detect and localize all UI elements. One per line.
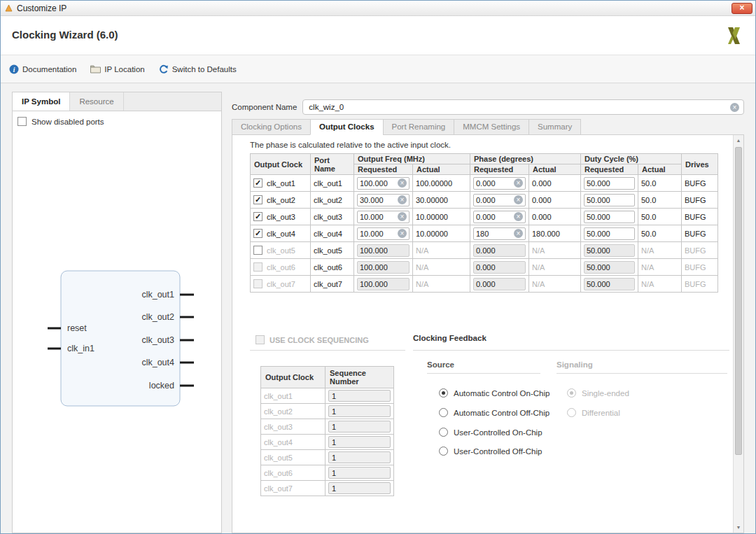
- clear-icon[interactable]: [398, 212, 407, 221]
- clear-icon[interactable]: [514, 195, 523, 204]
- tab-summary-label: Summary: [538, 122, 572, 131]
- duty-requested-input[interactable]: 50.000: [584, 211, 635, 223]
- freq-requested-input[interactable]: 10.000: [357, 211, 410, 223]
- clear-icon[interactable]: [398, 178, 407, 188]
- phase-requested-input[interactable]: 0.000: [473, 211, 526, 223]
- freq-requested-input: 100.000: [357, 244, 410, 257]
- phase-requested-input[interactable]: 180: [473, 227, 526, 240]
- sequence-table: Output Clock Sequence Number clk_out11 c…: [260, 366, 394, 496]
- customize-ip-dialog: Customize IP Clocking Wizard (6.0) i Doc…: [0, 0, 756, 534]
- sequence-row: clk_out21: [261, 404, 394, 419]
- freq-requested-input[interactable]: 100.000: [357, 177, 410, 190]
- clk-out1-enable-checkbox[interactable]: [253, 178, 262, 188]
- component-name-input[interactable]: [307, 102, 730, 112]
- col-phase: Phase (degrees): [470, 154, 581, 164]
- tab-mmcm-settings[interactable]: MMCM Settings: [454, 119, 528, 135]
- duty-requested-input: 50.000: [584, 261, 635, 274]
- radio-automatic-control-on-chip[interactable]: Automatic Control On-Chip: [439, 388, 550, 398]
- tab-ip-symbol[interactable]: IP Symbol: [13, 92, 70, 111]
- field-value: 180: [476, 230, 489, 238]
- clk-out7-enable-checkbox: [253, 279, 262, 288]
- documentation-button[interactable]: i Documentation: [9, 64, 76, 74]
- phase-requested-input: 0.000: [473, 261, 526, 274]
- phase-actual-cell: 0.000: [529, 175, 581, 192]
- radio-icon[interactable]: [439, 408, 448, 417]
- vertical-scrollbar[interactable]: [733, 135, 743, 533]
- radio-label: Differential: [582, 409, 620, 417]
- phase-requested-input[interactable]: 0.000: [473, 177, 526, 190]
- component-name-field[interactable]: [302, 99, 744, 115]
- col-output-clock: Output Clock: [251, 154, 311, 175]
- port-name-cell: clk_out7: [311, 276, 354, 293]
- show-disabled-ports-checkbox[interactable]: [18, 117, 27, 126]
- duty-actual-cell: N/A: [638, 242, 682, 259]
- radio-icon[interactable]: [439, 447, 448, 456]
- clk-out5-enable-checkbox[interactable]: [253, 246, 262, 255]
- left-panel-tabbar: IP Symbol Resource: [13, 92, 221, 111]
- ip-location-button[interactable]: IP Location: [90, 64, 144, 73]
- tab-summary[interactable]: Summary: [528, 119, 581, 135]
- sequence-row: clk_out51: [261, 450, 394, 465]
- clk-out3-port-label: clk_out3: [141, 335, 174, 345]
- clear-icon[interactable]: [514, 178, 523, 188]
- field-value: 10.000: [360, 213, 384, 221]
- col-phase-requested: Requested: [470, 164, 529, 175]
- tab-resource[interactable]: Resource: [70, 92, 123, 111]
- clear-icon[interactable]: [730, 103, 739, 112]
- tab-clocking-options[interactable]: Clocking Options: [232, 119, 310, 135]
- close-icon[interactable]: [732, 3, 752, 14]
- drives-cell: BUFG: [682, 192, 718, 209]
- field-value: 10.000: [360, 230, 384, 238]
- duty-requested-input[interactable]: 50.000: [584, 194, 635, 206]
- phase-requested-input[interactable]: 0.000: [473, 194, 526, 206]
- sequencing-group-line: [250, 350, 405, 351]
- clk-out3-enable-checkbox[interactable]: [253, 212, 262, 221]
- seq-clock-name: clk_out1: [261, 388, 326, 404]
- clear-icon[interactable]: [398, 195, 407, 204]
- scroll-up-icon[interactable]: [734, 135, 743, 146]
- duty-actual-cell: 50.0: [638, 225, 682, 242]
- radio-user-controlled-on-chip[interactable]: User-Controlled On-Chip: [439, 428, 542, 437]
- seq-clock-name: clk_out2: [261, 404, 326, 419]
- port-name-cell: clk_out4: [311, 225, 354, 242]
- scrollbar-thumb[interactable]: [735, 147, 742, 455]
- clk-out2-enable-checkbox[interactable]: [253, 195, 262, 204]
- table-row: clk_out6 clk_out6 100.000 N/A 0.000 N/A …: [251, 259, 718, 276]
- clear-icon[interactable]: [398, 229, 407, 238]
- tab-output-clocks[interactable]: Output Clocks: [310, 119, 383, 135]
- output-clock-name: clk_out7: [267, 280, 295, 288]
- field-value: 0.000: [476, 179, 496, 188]
- title-bar[interactable]: Customize IP: [1, 1, 755, 16]
- duty-actual-cell: 50.0: [638, 175, 682, 192]
- duty-requested-input[interactable]: 50.000: [584, 177, 635, 190]
- freq-requested-input[interactable]: 10.000: [357, 227, 410, 240]
- field-value: 1: [332, 407, 336, 416]
- component-name-label: Component Name: [232, 103, 297, 111]
- switch-to-defaults-button[interactable]: Switch to Defaults: [159, 64, 237, 74]
- locked-port-label: locked: [149, 381, 174, 391]
- output-clock-name: clk_out4: [267, 230, 295, 238]
- clear-icon[interactable]: [514, 229, 523, 238]
- clear-icon[interactable]: [514, 212, 523, 221]
- sequence-number-input: 1: [328, 436, 391, 448]
- radio-icon[interactable]: [439, 428, 448, 437]
- tab-port-renaming[interactable]: Port Renaming: [383, 119, 454, 135]
- seq-clock-name: clk_out3: [261, 419, 326, 435]
- scroll-down-icon[interactable]: [734, 522, 743, 533]
- clk-out4-enable-checkbox[interactable]: [253, 229, 262, 238]
- drives-cell: BUFG: [682, 225, 718, 242]
- radio-user-controlled-off-chip[interactable]: User-Controlled Off-Chip: [439, 447, 542, 456]
- freq-requested-input[interactable]: 30.000: [357, 194, 410, 206]
- radio-icon[interactable]: [439, 388, 448, 398]
- field-value: 50.000: [587, 230, 610, 238]
- radio-label: Single-ended: [582, 389, 629, 398]
- table-row: clk_out4 clk_out4 10.000 10.00000 180 18…: [251, 225, 718, 242]
- show-disabled-ports-label: Show disabled ports: [31, 118, 104, 126]
- toolbar: i Documentation IP Location Switch to De…: [1, 55, 755, 83]
- freq-actual-cell: 10.00000: [413, 209, 470, 225]
- radio-automatic-control-off-chip[interactable]: Automatic Control Off-Chip: [439, 408, 550, 417]
- tab-resource-label: Resource: [79, 97, 113, 106]
- duty-requested-input[interactable]: 50.000: [584, 227, 635, 240]
- feedback-group-line: [413, 350, 729, 351]
- field-value: 100.000: [360, 246, 388, 255]
